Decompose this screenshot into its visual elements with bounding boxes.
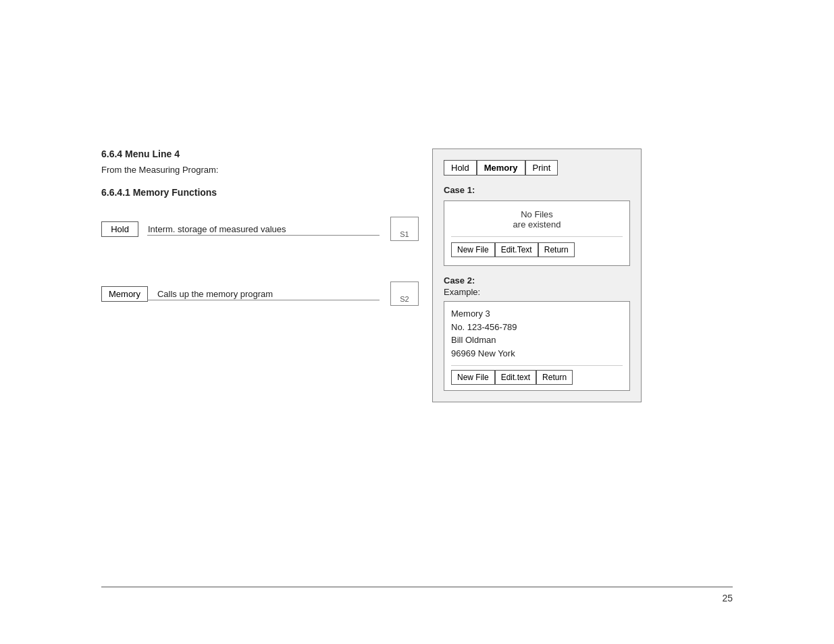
case1-line1: No Files: [451, 209, 623, 219]
hold-line: [147, 235, 380, 236]
case2-newfile-btn[interactable]: New File: [451, 370, 495, 385]
panel-top-buttons: Hold Memory Print: [444, 160, 630, 176]
s2-box: S2: [390, 281, 419, 306]
page-number: 25: [101, 593, 733, 603]
memory-button[interactable]: Memory: [101, 286, 148, 302]
memory-line: [147, 300, 380, 300]
s1-box: S1: [390, 217, 419, 241]
panel-memory-button[interactable]: Memory: [477, 160, 525, 176]
right-panel: Hold Memory Print Case 1: No Files are e…: [432, 149, 642, 402]
case2-line4: 96969 New York: [451, 347, 623, 360]
case2-label: Case 2:: [444, 275, 630, 286]
page-content: 6.6.4 Menu Line 4 From the Measuring Pro…: [101, 149, 723, 402]
case1-bottom-buttons: New File Edit.Text Return: [451, 236, 623, 257]
hold-description: Interm. storage of measured values: [148, 224, 384, 234]
case2-return-btn[interactable]: Return: [536, 370, 573, 385]
case2-line2: No. 123-456-789: [451, 321, 623, 334]
s1-label: S1: [400, 230, 409, 238]
panel-hold-button[interactable]: Hold: [444, 160, 477, 176]
case2-section: Case 2: Example: Memory 3 No. 123-456-78…: [444, 275, 630, 391]
case1-content: No Files are existend: [451, 209, 623, 230]
case1-line2: are existend: [451, 219, 623, 230]
memory-description: Calls up the memory program: [157, 289, 384, 299]
section-subtitle: From the Measuring Program:: [101, 165, 419, 175]
subsection-title: 6.6.4.1 Memory Functions: [101, 187, 419, 198]
s2-label: S2: [400, 295, 409, 303]
section-title: 6.6.4 Menu Line 4: [101, 149, 419, 159]
case1-edittext-btn[interactable]: Edit.Text: [495, 242, 538, 257]
memory-function-row: Memory Calls up the memory program S2: [101, 281, 419, 306]
case2-box: Memory 3 No. 123-456-789 Bill Oldman 969…: [444, 301, 630, 391]
case2-content: Memory 3 No. 123-456-789 Bill Oldman 969…: [451, 307, 623, 360]
panel-print-button[interactable]: Print: [525, 160, 558, 176]
case1-label: Case 1:: [444, 185, 630, 195]
case1-box: No Files are existend New File Edit.Text…: [444, 200, 630, 266]
hold-button[interactable]: Hold: [101, 221, 138, 237]
hold-function-row: Hold Interm. storage of measured values …: [101, 217, 419, 241]
left-column: 6.6.4 Menu Line 4 From the Measuring Pro…: [101, 149, 419, 346]
case2-subtitle: Example:: [444, 287, 630, 297]
case1-newfile-btn[interactable]: New File: [451, 242, 495, 257]
footer-divider: [101, 587, 733, 587]
case2-line3: Bill Oldman: [451, 333, 623, 347]
case2-bottom-buttons: New File Edit.text Return: [451, 365, 623, 385]
case2-line1: Memory 3: [451, 307, 623, 321]
case2-edittext-btn[interactable]: Edit.text: [495, 370, 536, 385]
right-column: Hold Memory Print Case 1: No Files are e…: [432, 149, 642, 402]
case1-return-btn[interactable]: Return: [538, 242, 575, 257]
page-footer: 25: [101, 587, 733, 603]
